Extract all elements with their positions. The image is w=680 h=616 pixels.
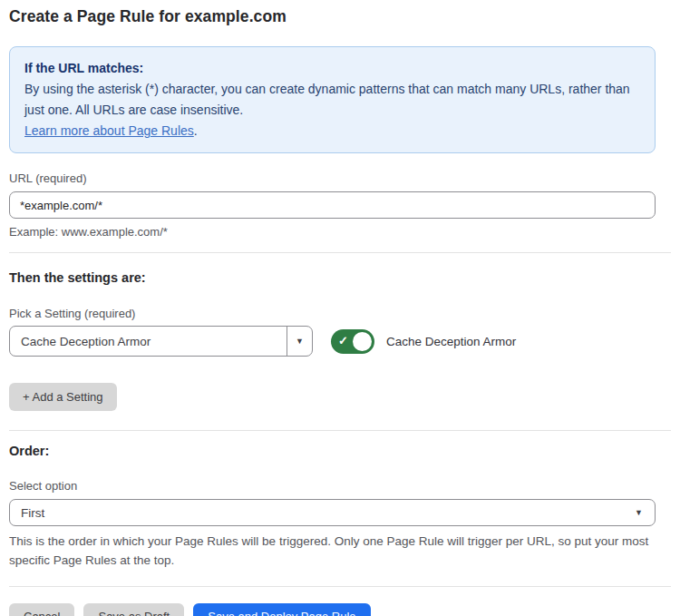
order-select-arrow: ▼ xyxy=(635,500,655,525)
save-and-deploy-button[interactable]: Save and Deploy Page Rule xyxy=(193,603,370,616)
footer-button-row: Cancel Save as Draft Save and Deploy Pag… xyxy=(9,603,671,616)
order-section-heading: Order: xyxy=(9,444,671,458)
save-as-draft-button[interactable]: Save as Draft xyxy=(83,603,184,616)
chevron-down-icon: ▼ xyxy=(635,509,643,517)
add-setting-button[interactable]: + Add a Setting xyxy=(9,383,117,411)
setting-select-arrow-button[interactable]: ▼ xyxy=(287,327,312,356)
settings-section-heading: Then the settings are: xyxy=(9,270,671,285)
divider xyxy=(9,430,671,431)
chevron-down-icon: ▼ xyxy=(296,337,304,346)
info-box-body: By using the asterisk (*) character, you… xyxy=(24,79,640,121)
order-select-label: Select option xyxy=(9,479,671,493)
setting-toggle-label: Cache Deception Armor xyxy=(386,335,516,348)
learn-more-link[interactable]: Learn more about Page Rules xyxy=(24,123,194,138)
link-period: . xyxy=(194,123,198,138)
order-help-text: This is the order in which your Page Rul… xyxy=(9,532,653,570)
url-field-hint: Example: www.example.com/* xyxy=(9,225,671,239)
divider xyxy=(9,252,671,253)
info-box-link-line: Learn more about Page Rules. xyxy=(24,121,640,142)
check-icon: ✓ xyxy=(338,335,348,347)
setting-select-value: Cache Deception Armor xyxy=(10,327,287,356)
info-box-heading: If the URL matches: xyxy=(24,58,640,79)
order-select-value: First xyxy=(10,500,635,525)
order-select[interactable]: First ▼ xyxy=(9,499,656,526)
setting-select[interactable]: Cache Deception Armor ▼ xyxy=(9,326,313,357)
cancel-button[interactable]: Cancel xyxy=(9,603,74,616)
url-field-label: URL (required) xyxy=(9,171,671,185)
setting-toggle-on[interactable]: ✓ xyxy=(331,329,374,354)
toggle-knob xyxy=(353,332,372,351)
setting-picker-label: Pick a Setting (required) xyxy=(9,307,671,320)
page-title: Create a Page Rule for example.com xyxy=(9,7,671,26)
url-input[interactable] xyxy=(9,191,656,219)
page-rule-form: Create a Page Rule for example.com If th… xyxy=(0,0,680,616)
divider xyxy=(9,586,671,587)
setting-row: Cache Deception Armor ▼ ✓ Cache Deceptio… xyxy=(9,326,671,357)
url-match-info-box: If the URL matches: By using the asteris… xyxy=(9,46,656,153)
